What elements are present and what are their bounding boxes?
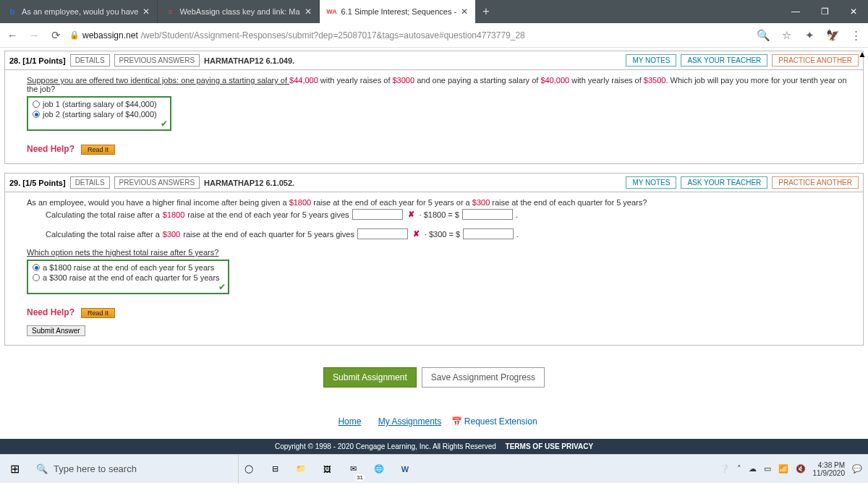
q29-val: $1800 bbox=[163, 210, 185, 219]
close-icon[interactable]: ✕ bbox=[461, 7, 468, 17]
q29-text: As an employee, would you have a higher … bbox=[27, 198, 289, 207]
extension-icon[interactable]: ✦ bbox=[801, 27, 817, 43]
practice-another-button[interactable]: PRACTICE ANOTHER bbox=[772, 54, 859, 67]
volume-icon[interactable]: 🔇 bbox=[796, 464, 806, 474]
submit-assignment-button[interactable]: Submit Assignment bbox=[323, 367, 417, 388]
my-assignments-link[interactable]: My Assignments bbox=[378, 416, 441, 427]
period: . bbox=[516, 210, 518, 219]
question-28-body: Suppose you are offered two identical jo… bbox=[4, 70, 864, 164]
back-button[interactable]: ← bbox=[4, 27, 20, 43]
q29-points: 29. [1/5 Points] bbox=[9, 179, 66, 187]
tab-2[interactable]: ≡ WebAssign class key and link: Ma ✕ bbox=[158, 0, 319, 23]
question-29-body: As an employee, would you have a higher … bbox=[4, 192, 864, 346]
read-it-button[interactable]: Read It bbox=[81, 145, 115, 155]
my-notes-button[interactable]: MY NOTES bbox=[626, 54, 676, 67]
q28-val3: $40,000 bbox=[540, 76, 569, 85]
reload-button[interactable]: ⟳ bbox=[48, 27, 64, 43]
help-icon[interactable]: ❔ bbox=[720, 464, 730, 474]
radio-icon[interactable] bbox=[33, 111, 40, 118]
q28-text: with yearly raises of bbox=[569, 76, 644, 85]
save-progress-button[interactable]: Save Assignment Progress bbox=[422, 367, 545, 388]
cortana-icon[interactable]: ⊟ bbox=[265, 459, 285, 479]
windows-taskbar: ⊞ 🔍 Type here to search ◯ ⊟ 📁 🖼 ✉31 🌐 W … bbox=[0, 454, 868, 483]
star-icon[interactable]: ☆ bbox=[778, 27, 794, 43]
scroll-up-icon[interactable]: ▲ bbox=[858, 49, 867, 59]
profile-icon[interactable]: 🦅 bbox=[825, 27, 841, 43]
need-help-row: Need Help? Read It bbox=[27, 307, 854, 318]
mail-icon[interactable]: ✉31 bbox=[343, 459, 363, 479]
tab-title: WebAssign class key and link: Ma bbox=[179, 7, 299, 16]
q29-text: raise at the end of each quarter for 5 y… bbox=[183, 230, 354, 239]
explorer-icon[interactable]: 📁 bbox=[291, 459, 311, 479]
tab-1[interactable]: b As an employee, would you have ✕ bbox=[0, 0, 158, 23]
add-tab-button[interactable]: + bbox=[475, 5, 496, 18]
minimize-icon[interactable]: — bbox=[781, 0, 810, 23]
q29-text: Calculating the total raise after a bbox=[46, 210, 160, 219]
my-notes-button[interactable]: MY NOTES bbox=[626, 176, 676, 189]
q29-text: raise at the end of each year for 5 year… bbox=[311, 198, 472, 207]
address-bar: ← → ⟳ 🔒 webassign.net/web/Student/Assign… bbox=[0, 23, 868, 48]
practice-another-button[interactable]: PRACTICE ANOTHER bbox=[772, 176, 859, 189]
radio-icon[interactable] bbox=[33, 264, 40, 271]
q29-input-2b[interactable] bbox=[463, 228, 514, 239]
tab-title: 6.1 Simple Interest; Sequences - bbox=[341, 7, 457, 16]
wifi-icon[interactable]: 📶 bbox=[778, 464, 788, 474]
previous-answers-button[interactable]: PREVIOUS ANSWERS bbox=[114, 176, 200, 189]
onedrive-icon[interactable]: ☁ bbox=[749, 464, 757, 474]
q28-text: with yearly raises of bbox=[318, 76, 393, 85]
details-button[interactable]: DETAILS bbox=[70, 54, 110, 67]
q28-ref: HARMATHAP12 6.1.049. bbox=[204, 56, 294, 65]
close-icon[interactable]: ✕ bbox=[305, 7, 312, 17]
chevron-up-icon[interactable]: ˄ bbox=[737, 464, 741, 474]
clock[interactable]: 4:38 PM 11/9/2020 bbox=[813, 461, 846, 477]
request-extension-link[interactable]: 📅 Request Extension bbox=[451, 416, 537, 427]
q28-val1: $44,000 bbox=[289, 76, 318, 85]
lock-icon: 🔒 bbox=[69, 30, 80, 40]
q28-option-1[interactable]: job 1 (starting salary of $44,000) bbox=[33, 99, 166, 109]
q29-text: raise at the end of each year for 5 year… bbox=[187, 210, 349, 219]
ask-teacher-button[interactable]: ASK YOUR TEACHER bbox=[681, 176, 767, 189]
submit-answer-button[interactable]: Submit Answer bbox=[27, 325, 85, 336]
q29-input-1b[interactable] bbox=[462, 209, 513, 220]
start-button[interactable]: ⊞ bbox=[0, 455, 29, 484]
need-help-row: Need Help? Read It bbox=[27, 144, 854, 155]
restore-icon[interactable]: ❐ bbox=[810, 0, 839, 23]
check-icon: ✔ bbox=[161, 119, 168, 129]
zoom-icon[interactable]: 🔍 bbox=[755, 27, 771, 43]
chrome-icon[interactable]: 🌐 bbox=[369, 459, 389, 479]
question-28-header: 28. [1/1 Points] DETAILS PREVIOUS ANSWER… bbox=[4, 51, 864, 70]
details-button[interactable]: DETAILS bbox=[70, 176, 110, 189]
taskbar-search[interactable]: 🔍 Type here to search bbox=[29, 455, 239, 484]
notifications-icon[interactable]: 💬 bbox=[852, 464, 862, 474]
tab-title: As an employee, would you have bbox=[22, 7, 138, 16]
period: . bbox=[516, 230, 519, 239]
q29-option-2[interactable]: a $300 raise at the end of each quarter … bbox=[33, 273, 224, 283]
read-it-button[interactable]: Read It bbox=[81, 308, 115, 318]
url-field[interactable]: 🔒 webassign.net/web/Student/Assignment-R… bbox=[69, 30, 749, 40]
window-close-icon[interactable]: ✕ bbox=[839, 0, 868, 23]
radio-icon[interactable] bbox=[33, 274, 40, 281]
menu-icon[interactable]: ⋮ bbox=[848, 27, 864, 43]
ask-teacher-button[interactable]: ASK YOUR TEACHER bbox=[681, 54, 767, 67]
q29-input-1a[interactable] bbox=[352, 209, 403, 220]
q28-option-2[interactable]: job 2 (starting salary of $40,000) bbox=[33, 109, 166, 119]
radio-icon[interactable] bbox=[33, 100, 40, 108]
battery-icon[interactable]: ▭ bbox=[764, 464, 771, 474]
search-placeholder: Type here to search bbox=[54, 463, 137, 474]
home-link[interactable]: Home bbox=[338, 416, 361, 427]
q29-which-question: Which option nets the highest total rais… bbox=[27, 248, 854, 257]
copyright-text: Copyright © 1998 - 2020 Cengage Learning… bbox=[275, 442, 496, 450]
forward-button[interactable]: → bbox=[26, 27, 42, 43]
previous-answers-button[interactable]: PREVIOUS ANSWERS bbox=[114, 54, 200, 67]
tab-3-active[interactable]: WA 6.1 Simple Interest; Sequences - ✕ bbox=[320, 0, 476, 23]
q29-input-2a[interactable] bbox=[357, 228, 408, 239]
q29-option-1[interactable]: a $1800 raise at the end of each year fo… bbox=[33, 262, 224, 273]
q28-opt1-label: job 1 (starting salary of $44,000) bbox=[43, 100, 157, 108]
reqext-label: Request Extension bbox=[464, 416, 537, 427]
photos-icon[interactable]: 🖼 bbox=[317, 459, 337, 479]
word-icon[interactable]: W bbox=[395, 459, 415, 479]
tab-icon-wa: WA bbox=[327, 7, 337, 17]
close-icon[interactable]: ✕ bbox=[142, 7, 150, 17]
terms-link[interactable]: TERMS OF USE PRIVACY bbox=[506, 442, 594, 450]
task-view-icon[interactable]: ◯ bbox=[239, 459, 259, 479]
